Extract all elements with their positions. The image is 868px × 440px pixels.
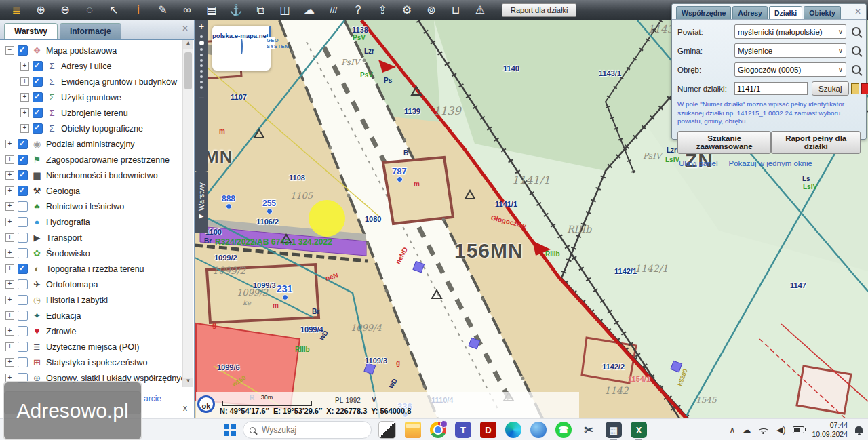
layer-checkbox-srodowisko[interactable]	[18, 248, 28, 258]
parcel-number-input[interactable]	[734, 82, 808, 95]
snipping-tool-icon[interactable]	[580, 422, 597, 438]
search-icon[interactable]	[852, 65, 861, 74]
expand-toggle[interactable]: +	[20, 77, 29, 86]
layer-checkbox-podzial-administracyjny[interactable]	[18, 139, 28, 149]
start-button-icon[interactable]	[224, 424, 236, 436]
expand-toggle[interactable]: +	[20, 124, 29, 133]
taskbar-search[interactable]	[243, 421, 372, 439]
layer-checkbox-edukacja[interactable]	[18, 311, 28, 321]
tray-chevron-icon[interactable]: ∧	[729, 425, 735, 435]
layer-checkbox-geologia[interactable]	[18, 186, 28, 196]
expand-toggle[interactable]: +	[5, 311, 14, 320]
chrome-icon[interactable]	[430, 422, 446, 438]
report-for-parcel-button[interactable]: Raport dla działki	[502, 3, 576, 17]
layer-row-transport[interactable]: +▶Transport	[0, 230, 183, 245]
link-icon[interactable]: ∞	[180, 1, 195, 20]
layer-row-hydrografia[interactable]: +●Hydrografia	[0, 214, 183, 230]
layer-row-ortofotomapa[interactable]: +✈Ortofotomapa	[0, 277, 183, 292]
ad-close-button[interactable]: x	[183, 403, 187, 413]
layer-checkbox-hydrografia[interactable]	[18, 217, 28, 227]
disclaimer-icon[interactable]: ⚠	[473, 1, 488, 20]
volume-icon[interactable]: ◀)	[776, 425, 785, 435]
layer-row-mapa-podstawowa[interactable]: −❖Mapa podstawowa	[0, 43, 183, 58]
expand-toggle[interactable]: +	[5, 186, 14, 195]
expand-toggle[interactable]: +	[20, 93, 29, 102]
excel-icon[interactable]	[631, 422, 647, 438]
expand-toggle[interactable]: +	[5, 155, 14, 164]
layer-row-uzytki-gruntowe[interactable]: +ΣUżytki gruntowe	[0, 89, 183, 105]
ad-link-fragment[interactable]: arcie	[144, 394, 161, 403]
map-zoom-in-button[interactable]: +	[195, 20, 208, 33]
szukaj-button[interactable]: Szukaj	[812, 81, 849, 96]
close-icon[interactable]: ✕	[182, 24, 189, 33]
layer-checkbox-uzbrojenie-terenu[interactable]	[33, 108, 43, 118]
tab-warstwy[interactable]: Warstwy	[4, 23, 58, 39]
crs-chevron-icon[interactable]: ∨	[371, 395, 377, 404]
measure-lines-icon[interactable]: ///	[326, 1, 341, 20]
layer-row-geologia[interactable]: +⚒Geologia	[0, 183, 183, 199]
layer-row-ewidencja-gruntow[interactable]: +ΣEwidencja gruntów i budynków	[0, 74, 183, 89]
close-icon[interactable]: ✕	[854, 7, 861, 16]
layer-checkbox-uzyteczne-miejsca-poi[interactable]	[18, 342, 28, 352]
layer-row-rolnictwo-lesnictwo[interactable]: +♣Rolnictwo i leśnictwo	[0, 199, 183, 214]
expand-toggle[interactable]: +	[5, 233, 14, 242]
select-area-icon[interactable]: ◌	[82, 1, 97, 20]
expand-toggle[interactable]: −	[5, 46, 14, 55]
layer-checkbox-topografia-rzezba[interactable]	[18, 264, 28, 274]
cart-icon[interactable]: ⊔	[448, 1, 463, 20]
layer-row-edukacja[interactable]: +✦Edukacja	[0, 308, 183, 323]
layer-row-statystyka-spoleczenstwo[interactable]: +⊞Statystyka i społeczeństwo	[0, 355, 183, 370]
layer-checkbox-zdrowie[interactable]	[18, 326, 28, 336]
layer-checkbox-uzytki-gruntowe[interactable]	[33, 92, 43, 102]
map-zoom-out-button[interactable]: −	[195, 92, 208, 104]
app-blue-icon[interactable]	[530, 422, 547, 438]
layer-row-topografia-rzezba[interactable]: +◐Topografia i rzeźba terenu	[0, 261, 183, 277]
zoom-in-icon[interactable]: ⊕	[33, 1, 48, 20]
layer-row-podzial-administracyjny[interactable]: +◉Podział administracyjny	[0, 136, 183, 152]
tab-wspolrzedne[interactable]: Współrzędne	[676, 6, 731, 19]
tab-informacje[interactable]: Informacje	[60, 23, 121, 39]
crs-selector[interactable]: PL-1992	[335, 397, 361, 404]
layer-checkbox-nieruchomosci-budownictwo[interactable]	[18, 170, 28, 180]
layer-row-zdrowie[interactable]: +♥Zdrowie	[0, 323, 183, 339]
layer-checkbox-adresy-i-ulice[interactable]	[33, 61, 43, 71]
expand-toggle[interactable]: +	[5, 140, 14, 148]
layer-row-obiekty-topograficzne[interactable]: +ΣObiekty topograficzne	[0, 121, 183, 136]
expand-toggle[interactable]: +	[20, 108, 29, 117]
expand-toggle[interactable]: +	[5, 358, 14, 367]
tree-scrollbar[interactable]: ▲ ▼	[182, 40, 193, 387]
taskbar-search-input[interactable]	[260, 424, 338, 435]
duplicate-window-icon[interactable]: ⧉	[253, 1, 268, 20]
pointer-icon[interactable]: ↖	[106, 1, 121, 20]
expand-toggle[interactable]: +	[5, 249, 14, 258]
zoom-out-icon[interactable]: ⊖	[58, 1, 73, 20]
expand-toggle[interactable]: +	[5, 171, 14, 180]
layer-checkbox-ortofotomapa[interactable]	[18, 279, 28, 289]
task-view-icon[interactable]	[378, 421, 396, 439]
tab-dzialki[interactable]: Działki	[769, 6, 802, 19]
layer-checkbox-transport[interactable]	[18, 233, 28, 243]
calculator-icon[interactable]	[606, 422, 622, 438]
battery-icon[interactable]	[793, 426, 804, 433]
layers-icon[interactable]: ≣	[9, 1, 24, 20]
layer-checkbox-mapa-podstawowa[interactable]	[18, 45, 28, 56]
advanced-search-button[interactable]: Szukanie zaawansowane	[677, 131, 771, 154]
tab-obiekty[interactable]: Obiekty	[804, 6, 841, 19]
expand-toggle[interactable]: +	[5, 280, 14, 289]
whatsapp-icon[interactable]	[555, 422, 572, 438]
layer-checkbox-ewidencja-gruntow[interactable]	[33, 77, 43, 87]
expand-toggle[interactable]: +	[5, 327, 14, 336]
expand-toggle[interactable]: +	[5, 264, 14, 273]
info-icon[interactable]: i	[131, 1, 146, 20]
search-icon[interactable]	[852, 27, 861, 36]
layer-row-nieruchomosci-budownictwo[interactable]: +▆Nieruchomości i budownictwo	[0, 167, 183, 183]
expand-toggle[interactable]: +	[5, 296, 14, 304]
ok-button[interactable]: ok	[197, 395, 215, 413]
wifi-icon[interactable]	[758, 426, 769, 434]
settings-icon[interactable]: ⚙	[399, 1, 414, 20]
obreb-select[interactable]: Głogoczów (0005)∨	[734, 62, 846, 77]
expand-toggle[interactable]: +	[20, 62, 29, 71]
full-report-button[interactable]: Raport pełny dla działki	[771, 131, 861, 154]
scroll-up-icon[interactable]: ▲	[183, 40, 193, 49]
split-view-icon[interactable]: ◫	[277, 1, 292, 20]
